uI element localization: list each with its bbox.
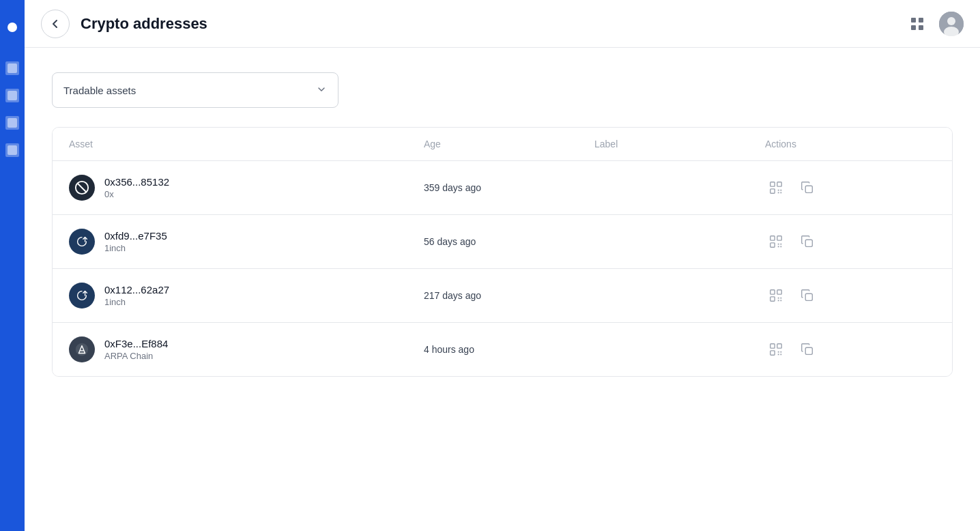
asset-cell-3: 0x112...62a27 1inch [69, 283, 424, 308]
qr-code-button-2[interactable] [765, 231, 787, 253]
svg-rect-32 [770, 297, 775, 301]
table-row: 0xF3e...Ef884 ARPA Chain 4 hours ago [53, 323, 952, 376]
col-header-label: Label [594, 139, 765, 149]
svg-rect-45 [780, 354, 781, 355]
sidebar-item-3[interactable] [5, 116, 19, 130]
page-title: Crypto addresses [81, 15, 207, 33]
qr-code-button-1[interactable] [765, 177, 787, 199]
asset-address-3: 0x112...62a27 [104, 284, 169, 296]
svg-rect-37 [805, 293, 812, 300]
svg-rect-18 [780, 192, 781, 193]
svg-rect-35 [778, 300, 779, 301]
age-cell-1: 359 days ago [424, 182, 594, 193]
grid-icon-button[interactable] [905, 12, 929, 36]
asset-info-4: 0xF3e...Ef884 ARPA Chain [104, 338, 168, 361]
dropdown-wrapper: Tradable assets [52, 72, 953, 108]
dropdown-value: Tradable assets [63, 85, 136, 96]
svg-point-9 [947, 17, 955, 25]
asset-sublabel-1: 0x [104, 189, 169, 199]
svg-rect-5 [919, 18, 923, 23]
svg-rect-3 [8, 145, 17, 155]
svg-rect-25 [780, 244, 781, 245]
svg-rect-0 [8, 63, 17, 73]
asset-icon-3 [69, 283, 95, 308]
avatar[interactable] [939, 12, 964, 36]
svg-rect-41 [770, 351, 775, 355]
svg-rect-19 [805, 186, 812, 192]
sidebar-nav [5, 61, 19, 157]
table-row: 0xfd9...e7F35 1inch 56 days ago [53, 215, 952, 269]
svg-rect-14 [770, 189, 775, 193]
asset-sublabel-2: 1inch [104, 243, 167, 253]
svg-rect-24 [778, 244, 779, 245]
svg-rect-33 [778, 298, 779, 299]
svg-rect-17 [778, 192, 779, 193]
crypto-addresses-table: Asset Age Label Actions 0x356...85132 0x [52, 127, 953, 377]
col-header-asset: Asset [69, 139, 424, 149]
age-cell-2: 56 days ago [424, 236, 594, 247]
asset-address-4: 0xF3e...Ef884 [104, 338, 168, 349]
table-header: Asset Age Label Actions [53, 128, 952, 161]
svg-rect-31 [777, 290, 781, 294]
svg-rect-39 [770, 344, 775, 348]
svg-point-38 [76, 343, 88, 356]
copy-button-1[interactable] [796, 177, 818, 199]
asset-address-2: 0xfd9...e7F35 [104, 230, 167, 242]
sidebar-logo-dot [8, 23, 17, 32]
svg-rect-12 [770, 182, 775, 186]
sidebar-item-4[interactable] [5, 143, 19, 157]
sidebar-item-1[interactable] [5, 61, 19, 75]
svg-rect-7 [919, 25, 923, 30]
header-right [905, 12, 964, 36]
svg-rect-23 [770, 243, 775, 247]
asset-sublabel-3: 1inch [104, 297, 169, 307]
qr-code-button-4[interactable] [765, 339, 787, 360]
svg-rect-43 [780, 351, 781, 353]
asset-address-1: 0x356...85132 [104, 176, 169, 188]
asset-cell-4: 0xF3e...Ef884 ARPA Chain [69, 336, 424, 362]
copy-button-4[interactable] [796, 339, 818, 360]
sidebar-logo [0, 7, 25, 48]
actions-cell-3 [765, 285, 936, 306]
asset-filter-dropdown[interactable]: Tradable assets [52, 72, 338, 108]
asset-info-3: 0x112...62a27 1inch [104, 284, 169, 307]
svg-rect-6 [911, 25, 916, 30]
qr-code-button-3[interactable] [765, 285, 787, 306]
svg-rect-34 [780, 298, 781, 299]
header: Crypto addresses [25, 0, 980, 48]
copy-button-3[interactable] [796, 285, 818, 306]
sidebar-item-2[interactable] [5, 89, 19, 102]
chevron-down-icon [316, 84, 327, 97]
svg-rect-42 [778, 351, 779, 353]
svg-rect-28 [805, 240, 812, 246]
sidebar [0, 0, 25, 531]
asset-sublabel-4: ARPA Chain [104, 351, 168, 361]
svg-rect-40 [777, 344, 781, 348]
col-header-age: Age [424, 139, 594, 149]
svg-rect-46 [805, 347, 812, 354]
table-row: 0x112...62a27 1inch 217 days ago [53, 269, 952, 323]
header-left: Crypto addresses [41, 10, 207, 38]
age-cell-4: 4 hours ago [424, 344, 594, 355]
svg-rect-2 [8, 118, 17, 128]
svg-rect-13 [777, 182, 781, 186]
svg-rect-4 [911, 18, 916, 23]
actions-cell-4 [765, 339, 936, 360]
asset-info-2: 0xfd9...e7F35 1inch [104, 230, 167, 253]
asset-icon-1 [69, 175, 95, 201]
svg-rect-16 [780, 190, 781, 191]
svg-rect-22 [777, 236, 781, 240]
asset-icon-4 [69, 336, 95, 362]
back-button[interactable] [41, 10, 70, 38]
asset-cell-2: 0xfd9...e7F35 1inch [69, 229, 424, 255]
col-header-actions: Actions [765, 139, 936, 149]
svg-rect-26 [778, 246, 779, 247]
svg-rect-36 [780, 300, 781, 301]
table-row: 0x356...85132 0x 359 days ago [53, 161, 952, 215]
svg-rect-27 [780, 246, 781, 247]
copy-button-2[interactable] [796, 231, 818, 253]
asset-info-1: 0x356...85132 0x [104, 176, 169, 199]
actions-cell-2 [765, 231, 936, 253]
svg-rect-21 [770, 236, 775, 240]
svg-rect-15 [778, 190, 779, 191]
